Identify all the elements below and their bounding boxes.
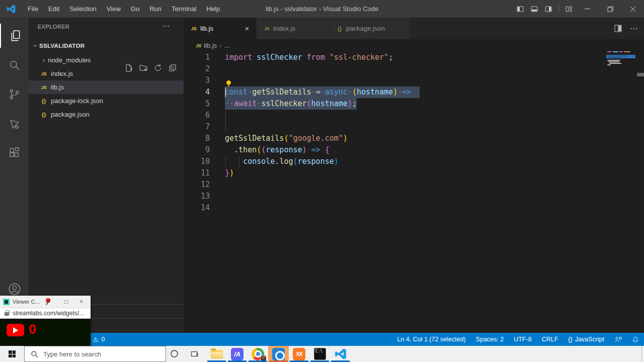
breadcrumb-file[interactable]: lib.js [204, 42, 217, 49]
pin-icon[interactable] [45, 298, 52, 305]
overlay-address-bar[interactable]: streamlabs.com/widgets/... [0, 308, 91, 319]
cursor-position-status[interactable]: Ln 4, Col 1 (72 selected) [397, 336, 465, 343]
tab-index.js[interactable]: JSindex.js [257, 18, 330, 39]
close-button[interactable] [621, 0, 644, 18]
explorer-actions-icon[interactable]: ⋯ [162, 22, 170, 31]
line-number: 5 [184, 98, 210, 110]
code-line-11[interactable]: 11}) [184, 167, 644, 179]
code-line-7[interactable]: 7 [184, 121, 644, 133]
code-line-14[interactable]: 14 [184, 202, 644, 214]
menu-terminal[interactable]: Terminal [167, 0, 201, 18]
file-item-lib.js[interactable]: JSlib.js [29, 80, 184, 94]
run-and-debug-icon[interactable] [0, 111, 29, 135]
file-item-index.js[interactable]: JSindex.js [29, 67, 184, 80]
tab-bar: JSlib.js×JSindex.js{}package.json [184, 18, 644, 39]
notifications-bell-icon[interactable] [632, 336, 639, 343]
toggle-sidebar-icon[interactable] [513, 0, 527, 18]
menu-edit[interactable]: Edit [43, 0, 64, 18]
json-file-icon: {} [336, 26, 344, 32]
language-status[interactable]: {} JavaScript [568, 336, 604, 343]
file-item-package-lock.json[interactable]: {}package-lock.json [29, 94, 184, 108]
menu-go[interactable]: Go [126, 0, 144, 18]
code-line-13[interactable]: 13 [184, 191, 644, 202]
indentation-status[interactable]: Spaces: 2 [476, 336, 504, 343]
taskbar-file-explorer[interactable] [206, 346, 227, 362]
line-number: 3 [184, 75, 210, 86]
menu-help[interactable]: Help [201, 0, 225, 18]
streamlabs-favicon [3, 299, 10, 305]
file-name: index.js [51, 70, 73, 77]
file-name: node_modules [48, 56, 91, 64]
split-editor-icon[interactable] [614, 25, 622, 32]
extensions-icon[interactable] [0, 140, 29, 164]
explorer-sidebar: EXPLORER ⋯ › SSLVALIDATOR ›node_modulesJ… [29, 18, 184, 333]
taskbar-app-a[interactable]: /A [227, 346, 248, 362]
taskbar-command-prompt[interactable]: C:\ [309, 346, 330, 362]
file-item-node_modules[interactable]: ›node_modules [29, 53, 184, 67]
file-name: lib.js [51, 83, 64, 91]
code-line-5[interactable]: 5··await·sslChecker(hostname); [184, 98, 644, 110]
code-line-2[interactable]: 2 [184, 63, 644, 75]
overlay-close-button[interactable]: × [74, 298, 89, 305]
show-desktop-button[interactable] [641, 346, 644, 362]
line-number: 11 [184, 167, 210, 179]
feedback-icon[interactable] [614, 336, 622, 343]
cortana-icon[interactable] [171, 350, 178, 357]
folder-section-sslvalidator[interactable]: › SSLVALIDATOR [29, 40, 184, 52]
code-line-1[interactable]: 1import sslChecker from "ssl-checker"; [184, 52, 644, 63]
code-line-10[interactable]: 10 console.log(response) [184, 156, 644, 167]
close-tab-icon[interactable]: × [243, 24, 251, 33]
minimize-button[interactable] [576, 0, 599, 18]
search-magnifier-icon [31, 350, 38, 358]
menu-run[interactable]: Run [144, 0, 167, 18]
viewer-count-window[interactable]: Viewer C... □ × streamlabs.com/widgets/.… [0, 296, 91, 346]
toggle-panel-icon[interactable] [527, 0, 541, 18]
code-lines[interactable]: 1import sslChecker from "ssl-checker";23… [184, 52, 644, 214]
tab-lib.js[interactable]: JSlib.js× [184, 18, 257, 39]
js-file-icon: JS [40, 85, 48, 90]
tab-package.json[interactable]: {}package.json [330, 18, 410, 39]
minimap[interactable] [606, 50, 636, 85]
start-button[interactable] [0, 346, 24, 362]
json-file-icon: {} [40, 112, 48, 118]
task-view-icon[interactable] [190, 350, 198, 358]
eol-status[interactable]: CRLF [542, 336, 558, 343]
code-line-3[interactable]: 3 [184, 75, 644, 86]
code-line-4[interactable]: 4const·getSslDetails·=·async·(hostname)·… [184, 86, 644, 98]
breadcrumb-more[interactable]: ... [224, 42, 229, 49]
explorer-icon[interactable] [0, 24, 29, 48]
overlay-url[interactable]: streamlabs.com/widgets/... [13, 310, 84, 317]
streamlabs-icon [272, 348, 285, 360]
viewer-count-titlebar[interactable]: Viewer C... □ × [0, 296, 91, 308]
menu-view[interactable]: View [102, 0, 126, 18]
source-control-icon[interactable] [0, 82, 29, 106]
search-icon[interactable] [0, 53, 29, 77]
customize-layout-icon[interactable] [562, 0, 576, 18]
line-number: 2 [184, 63, 210, 75]
toggle-secondary-sidebar-icon[interactable] [541, 0, 555, 18]
taskbar-streamlabs[interactable] [268, 346, 289, 362]
taskbar-xampp[interactable]: XX [289, 346, 309, 362]
indent-guide [225, 121, 226, 133]
more-actions-icon[interactable]: ⋯ [630, 24, 638, 33]
code-line-12[interactable]: 12 [184, 179, 644, 191]
taskbar-search-input[interactable]: Type here to search [24, 346, 166, 362]
code-line-8[interactable]: 8getSslDetails("google.com") [184, 133, 644, 144]
js-file-icon: JS [196, 43, 201, 48]
line-number: 12 [184, 179, 210, 191]
restore-button[interactable] [599, 0, 621, 18]
taskbar-chrome[interactable] [248, 346, 268, 362]
chevron-right-icon: › [40, 57, 48, 64]
menu-file[interactable]: File [23, 0, 43, 18]
encoding-status[interactable]: UTF-8 [514, 336, 531, 343]
menu-selection[interactable]: Selection [64, 0, 101, 18]
taskbar-vscode[interactable] [330, 346, 351, 362]
code-line-6[interactable]: 6 [184, 110, 644, 121]
overlay-maximize-button[interactable]: □ [59, 298, 74, 305]
breadcrumb[interactable]: JS lib.js › ... [184, 39, 644, 52]
file-item-package.json[interactable]: {}package.json [29, 108, 184, 121]
code-line-9[interactable]: 9 .then((response) => { [184, 144, 644, 156]
warning-count: 0 [102, 336, 105, 343]
file-name: package-lock.json [51, 97, 103, 105]
scrollbar-selection-marker[interactable] [637, 73, 644, 76]
